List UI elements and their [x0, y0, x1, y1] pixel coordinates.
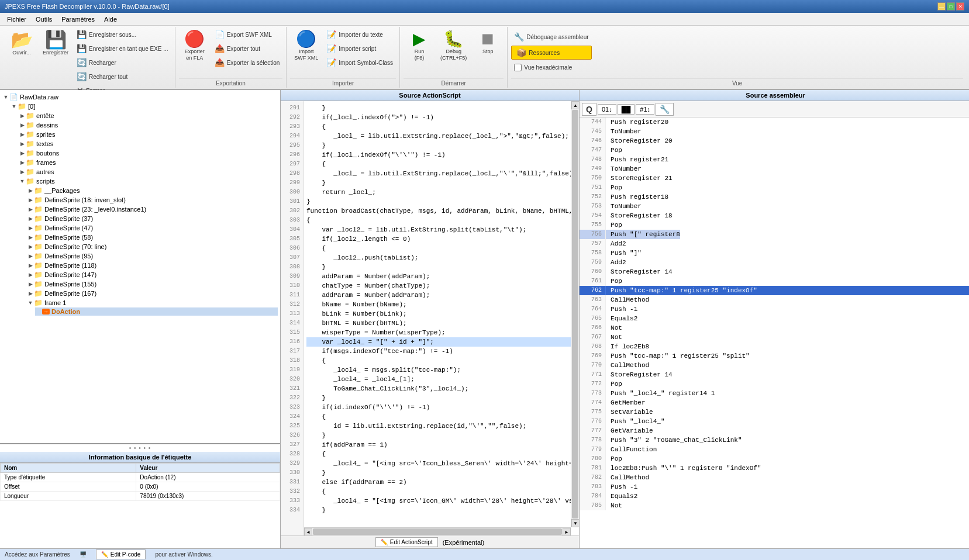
scroll-left-button[interactable]: ◄	[304, 528, 312, 535]
tree-sprites-expand[interactable]: ▶	[19, 132, 26, 137]
reload-button[interactable]: 🔄 Recharger	[74, 56, 171, 69]
tree-frames-expand[interactable]: ▶	[19, 160, 26, 165]
scrollbar-horizontal[interactable]: ◄ ►	[304, 527, 571, 535]
menu-outils[interactable]: Outils	[31, 15, 57, 24]
debug-asm-button[interactable]: 🔧 Déboguage assembleur	[511, 30, 591, 43]
run-button[interactable]: ▶ Run(F6)	[404, 28, 435, 64]
tree-scripts-expand[interactable]: ▼	[19, 178, 26, 184]
resources-button[interactable]: 📦 Ressources	[511, 46, 591, 60]
line-num-305: 305	[281, 234, 304, 244]
tree-frames[interactable]: ▶ 📁 frames	[19, 158, 278, 167]
tree-ds47[interactable]: ▶ 📁 DefineSprite (47)	[27, 223, 278, 233]
asm-tool-btn-1[interactable]: Q	[582, 103, 596, 116]
tree-area[interactable]: ▼ 📄 RawData.raw ▼ 📁 [0] ▶ 📁 entête	[0, 90, 280, 443]
tree-ds95[interactable]: ▶ 📁 DefineSprite (95)	[27, 251, 278, 261]
line-num-329: 329	[281, 459, 304, 468]
scroll-thumb[interactable]	[572, 110, 578, 518]
tree-ds155-expand[interactable]: ▶	[27, 281, 34, 287]
tree-ds58[interactable]: ▶ 📁 DefineSprite (58)	[27, 233, 278, 242]
source-area[interactable]: 2912922932942952962972982993003013023033…	[281, 101, 579, 535]
tree-textes-expand[interactable]: ▶	[19, 141, 26, 147]
asm-num-783: 783	[580, 482, 606, 492]
scroll-up-button[interactable]: ▲	[571, 101, 579, 109]
tree-ds47-expand[interactable]: ▶	[27, 225, 34, 231]
save-button[interactable]: 💾 Enregistrer	[39, 28, 73, 59]
asm-tool-btn-3[interactable]: ██	[618, 104, 635, 115]
stop-button[interactable]: ⏹ Stop	[472, 28, 504, 58]
tree-doaction[interactable]: → DoAction	[35, 307, 278, 316]
menu-aide[interactable]: Aide	[99, 15, 122, 24]
tree-ds167-expand[interactable]: ▶	[27, 291, 34, 296]
tree-ds18[interactable]: ▶ 📁 DefineSprite (18: inven_slot)	[27, 195, 278, 205]
tree-frame1[interactable]: ▼ 📁 frame 1	[27, 298, 278, 307]
tree-sprites[interactable]: ▶ 📁 sprites	[19, 130, 278, 139]
tree-frame0-expand[interactable]: ▼	[11, 103, 18, 109]
source-line-315: wisperType = Number(wisperType);	[306, 328, 577, 337]
import-text-button[interactable]: 📝 Importer du texte	[323, 28, 396, 41]
scroll-h-thumb[interactable]	[313, 528, 562, 535]
import-script-button[interactable]: 📝 Importer script	[323, 42, 396, 55]
menu-parametres[interactable]: Paramètres	[57, 15, 99, 24]
save-as-exe-button[interactable]: 💾 Enregistrer en tant que EXE ...	[74, 42, 171, 55]
menu-fichier[interactable]: Fichier	[2, 15, 31, 24]
maximize-button[interactable]: □	[947, 2, 955, 11]
edit-actionscript-button[interactable]: ✏️ Edit ActionScript	[375, 537, 438, 547]
tree-autres[interactable]: ▶ 📁 autres	[19, 167, 278, 177]
asm-num-785: 785	[580, 501, 606, 510]
tree-frame1-expand[interactable]: ▼	[27, 300, 34, 306]
tree-ds70-expand[interactable]: ▶	[27, 244, 34, 250]
source-code[interactable]: } if(_locl_.indexOf(">") != -1) { _locl_…	[304, 101, 579, 535]
reload-all-button[interactable]: 🔄 Recharger tout	[74, 70, 171, 83]
hex-view-input[interactable]	[514, 64, 522, 71]
tree-dessins-expand[interactable]: ▶	[19, 122, 26, 128]
export-selection-button[interactable]: 📤 Exporter la sélection	[212, 56, 283, 69]
tree-ds23-expand[interactable]: ▶	[27, 206, 34, 212]
tree-boutons[interactable]: ▶ 📁 boutons	[19, 148, 278, 158]
minimize-button[interactable]: —	[937, 2, 946, 11]
tree-ds58-expand[interactable]: ▶	[27, 234, 34, 240]
close-button[interactable]: ✕	[956, 2, 964, 11]
tree-ds70[interactable]: ▶ 📁 DefineSprite (70: line)	[27, 242, 278, 251]
tree-ds23[interactable]: ▶ 📁 DefineSprite (23: _level0.instance1)	[27, 205, 278, 214]
tree-dessins[interactable]: ▶ 📁 dessins	[19, 120, 278, 130]
import-swf-button[interactable]: 🔵 ImportSWF XML	[290, 28, 322, 64]
asm-tool-btn-4[interactable]: #1↕	[636, 104, 654, 115]
tree-entete-expand[interactable]: ▶	[19, 113, 26, 119]
asm-area[interactable]: 744Push register20745ToNumber746StoreReg…	[580, 117, 969, 548]
tree-autres-expand[interactable]: ▶	[19, 169, 26, 175]
asm-tool-btn-5[interactable]: 🔧	[656, 103, 674, 116]
open-button[interactable]: 📂 Ouvrir...	[6, 28, 37, 59]
tree-boutons-expand[interactable]: ▶	[19, 150, 26, 156]
tree-ds167[interactable]: ▶ 📁 DefineSprite (167)	[27, 289, 278, 298]
tree-ds37[interactable]: ▶ 📁 DefineSprite (37)	[27, 214, 278, 223]
asm-tool-btn-2[interactable]: 01↓	[598, 104, 616, 115]
tree-scripts[interactable]: ▼ 📁 scripts	[19, 177, 278, 186]
import-symbol-button[interactable]: 📝 Import Symbol-Class	[323, 56, 396, 69]
tree-ds147[interactable]: ▶ 📁 DefineSprite (147)	[27, 270, 278, 279]
tree-frame0[interactable]: ▼ 📁 [0]	[11, 102, 278, 111]
tree-ds118-expand[interactable]: ▶	[27, 262, 34, 268]
tree-ds118[interactable]: ▶ 📁 DefineSprite (118)	[27, 261, 278, 270]
tree-root-expand[interactable]: ▼	[2, 94, 9, 100]
scroll-down-button[interactable]: ▼	[571, 519, 579, 527]
tree-root[interactable]: ▼ 📄 RawData.raw	[2, 92, 278, 102]
export-all-button[interactable]: 📤 Exporter tout	[212, 42, 283, 55]
tree-packages[interactable]: ▶ 📁 __Packages	[27, 186, 278, 195]
tree-ds95-expand[interactable]: ▶	[27, 253, 34, 259]
export-all-label: Exporter tout	[227, 46, 260, 52]
tree-entete[interactable]: ▶ 📁 entête	[19, 111, 278, 120]
tree-ds18-expand[interactable]: ▶	[27, 197, 34, 203]
save-as-button[interactable]: 💾 Enregistrer sous...	[74, 28, 171, 41]
tree-ds37-expand[interactable]: ▶	[27, 216, 34, 222]
edit-pcode-button[interactable]: ✏️ Edit P-code	[96, 549, 146, 559]
tree-packages-expand[interactable]: ▶	[27, 188, 34, 193]
scroll-right-button[interactable]: ►	[563, 528, 571, 535]
tree-textes[interactable]: ▶ 📁 textes	[19, 139, 278, 148]
tree-ds147-expand[interactable]: ▶	[27, 272, 34, 278]
debug-button[interactable]: 🐛 Debug(CTRL+F5)	[436, 28, 471, 64]
scrollbar-vertical[interactable]: ▲ ▼	[571, 101, 579, 527]
tree-ds155[interactable]: ▶ 📁 DefineSprite (155)	[27, 279, 278, 289]
export-swf-xml-button[interactable]: 📄 Export SWF XML	[212, 28, 283, 41]
hex-view-checkbox[interactable]: Vue hexadécimale	[511, 62, 591, 73]
export-fla-button[interactable]: 🔴 Exporteren FLA	[179, 28, 211, 64]
